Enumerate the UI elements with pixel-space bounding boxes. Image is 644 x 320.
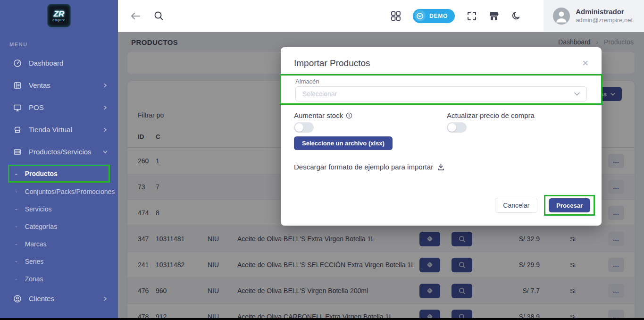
sidebar-item-clientes[interactable]: Clientes	[0, 287, 118, 310]
chevron-right-icon	[103, 127, 108, 132]
dash-icon: -	[15, 258, 17, 265]
back-button[interactable]	[130, 11, 141, 21]
subitem-label: Marcas	[25, 240, 47, 248]
sidebar-subitem-marcas[interactable]: - Marcas	[0, 235, 118, 253]
sidebar-item-dashboard[interactable]: Dashboard	[0, 52, 118, 74]
cancel-button[interactable]: Cancelar	[495, 198, 537, 213]
sidebar-item-tienda-virtual[interactable]: Tienda Virtual	[0, 118, 118, 141]
clients-icon	[13, 295, 22, 303]
grid-icon	[391, 11, 401, 21]
sidebar-item-label: Clientes	[29, 295, 103, 303]
active-item-highlight: - Productos	[8, 165, 110, 183]
increase-stock-label: Aumentar stock	[294, 111, 343, 119]
sidebar-item-label: Productos/Servicios	[29, 148, 103, 156]
subitem-label: Servicios	[25, 205, 52, 213]
download-icon	[437, 163, 445, 171]
sidebar-subitem-servicios[interactable]: - Servicios	[0, 200, 118, 218]
import-products-modal: Importar Productos × Almacén Seleccionar…	[281, 47, 602, 226]
subitem-label: Conjuntos/Packs/Promociones	[25, 188, 115, 195]
info-icon	[346, 112, 352, 119]
dash-icon: -	[15, 223, 17, 230]
warehouse-select-placeholder: Seleccionar	[302, 90, 574, 98]
increase-stock-toggle[interactable]	[294, 122, 314, 133]
user-menu[interactable]: Administrador admin@zrempire.net	[544, 0, 644, 32]
arrow-left-icon	[130, 11, 141, 21]
sidebar-item-productos-servicios[interactable]: Productos/Servicios	[0, 141, 118, 163]
store-button[interactable]	[489, 11, 499, 21]
smiley-circle-icon	[415, 10, 426, 21]
sidebar-subitem-series[interactable]: - Series	[0, 253, 118, 270]
download-template-label: Descargar formato de ejemplo para import…	[294, 163, 433, 171]
sidebar-item-label: Dashboard	[29, 59, 108, 67]
dash-icon: -	[15, 170, 17, 177]
demo-badge-label: DEMO	[429, 13, 448, 19]
sidebar-item-label: Tienda Virtual	[29, 126, 103, 134]
sidebar-item-ventas[interactable]: Ventas	[0, 74, 118, 96]
update-price-label: Actualizar precio de compra	[447, 111, 535, 119]
user-email: admin@zrempire.net	[576, 17, 633, 24]
process-button-highlight: Procesar	[544, 195, 595, 216]
warehouse-select[interactable]: Seleccionar	[295, 86, 587, 101]
chevron-right-icon	[103, 105, 108, 110]
chevron-down-icon	[574, 92, 580, 96]
search-button[interactable]	[154, 11, 164, 21]
modal-title: Importar Productos	[294, 58, 370, 68]
fullscreen-button[interactable]	[467, 11, 477, 21]
main-content: PRODUCTOS Dashboard › Productos Mostrar/…	[118, 32, 644, 320]
sales-icon	[13, 81, 22, 90]
dark-mode-button[interactable]	[511, 11, 521, 21]
dash-icon: -	[15, 240, 17, 248]
products-icon	[13, 148, 22, 156]
toggle-knob	[295, 123, 303, 132]
sidebar-subitem-conjuntos[interactable]: - Conjuntos/Packs/Promociones	[0, 183, 118, 200]
sidebar-item-label: POS	[29, 103, 103, 111]
sidebar-subitem-zonas[interactable]: - Zonas	[0, 270, 118, 287]
select-file-button[interactable]: Seleccione un archivo (xlsx)	[294, 136, 393, 150]
warehouse-label: Almacén	[295, 78, 587, 85]
close-icon[interactable]: ×	[582, 58, 588, 68]
subitem-label: Series	[25, 258, 44, 265]
topbar: DEMO Administrador admin@zrempire.net	[118, 0, 644, 32]
sidebar-item-pos[interactable]: POS	[0, 96, 118, 118]
dash-icon: -	[15, 205, 17, 213]
warehouse-field-highlight: Almacén Seleccionar	[280, 74, 602, 105]
moon-icon	[511, 11, 521, 21]
chevron-right-icon	[103, 83, 108, 88]
dash-icon: -	[15, 275, 17, 283]
search-icon	[154, 11, 164, 21]
chevron-right-icon	[103, 296, 108, 301]
menu-section-label: MENU	[9, 42, 118, 47]
logo-subtext: empire	[52, 18, 65, 22]
store-icon	[13, 126, 22, 134]
subitem-label: Productos	[25, 170, 58, 177]
process-button[interactable]: Procesar	[549, 198, 590, 212]
user-name: Administrador	[576, 8, 633, 17]
monitor-icon	[13, 103, 22, 112]
sidebar-subitem-categorias[interactable]: - Categorías	[0, 218, 118, 235]
bottom-edge-bar	[0, 318, 644, 320]
sidebar: ZR empire MENU Dashboard Ventas POS Tien…	[0, 0, 118, 320]
gauge-icon	[13, 59, 22, 67]
sidebar-subitem-productos[interactable]: - Productos	[9, 166, 109, 181]
fullscreen-icon	[467, 11, 477, 21]
dash-icon: -	[15, 188, 17, 195]
subitem-label: Categorías	[25, 223, 57, 230]
increase-stock-label-row: Aumentar stock	[294, 111, 447, 119]
subitem-label: Zonas	[25, 275, 43, 283]
logo-text: ZR	[54, 10, 65, 18]
store-dark-icon	[489, 11, 499, 21]
app-logo[interactable]: ZR empire	[47, 4, 71, 27]
download-template-link[interactable]: Descargar formato de ejemplo para import…	[294, 163, 445, 171]
demo-badge[interactable]: DEMO	[413, 9, 455, 23]
chevron-down-icon	[103, 150, 108, 154]
update-price-label-row: Actualizar precio de compra	[447, 111, 535, 119]
avatar	[553, 8, 570, 25]
sidebar-item-label: Ventas	[29, 81, 103, 89]
apps-grid-button[interactable]	[391, 11, 401, 21]
update-price-toggle[interactable]	[447, 122, 467, 133]
toggle-knob	[448, 123, 456, 132]
